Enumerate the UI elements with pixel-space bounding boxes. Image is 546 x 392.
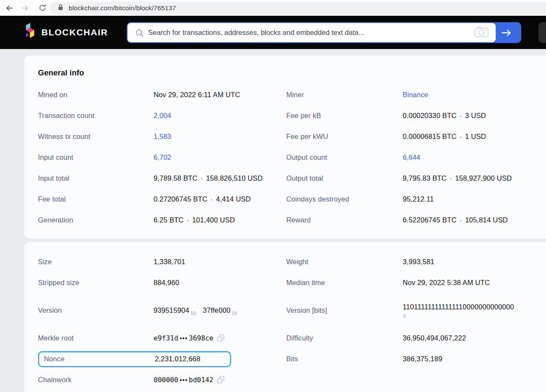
row-label: Fee per kWU [286, 133, 328, 141]
search-icon [135, 29, 144, 39]
dot-separator [450, 178, 452, 180]
version-value: 9395159041037ffe00016 [154, 306, 237, 314]
row-value: 6.52206745 BTC105,814 USD [403, 216, 508, 224]
lock-icon [58, 4, 64, 12]
technical-details-card: Size 1,338,701 Weight 3,993,581 Stripped… [24, 242, 546, 392]
row-label: Chainwork [38, 376, 72, 384]
row-label: Output total [286, 174, 323, 182]
browser-forward-icon[interactable] [21, 4, 29, 12]
dot-separator [460, 220, 462, 222]
row-label: Coindays destroyed [286, 195, 349, 203]
row-value: 1,338,701 [154, 258, 185, 266]
info-row-mined-on: Mined on Nov 29, 2022 6:11 AM UTC Miner … [38, 84, 541, 105]
row-label: Nonce [44, 355, 155, 363]
miner-link[interactable]: Binance [403, 91, 428, 99]
info-row-generation: Generation 6.25 BTC101,400 USD Reward 6.… [38, 210, 541, 231]
info-row-transaction-count: Transaction count 2,004 Fee per kB 0.000… [38, 105, 541, 126]
brand-wordmark: BLOCKCHAIR [41, 27, 108, 37]
row-label: Fee total [38, 195, 66, 203]
merkle-root-hash: e9f31d•••3698ce [154, 334, 213, 342]
info-row-version: Version 9395159041037ffe00016 Version [b… [38, 293, 541, 328]
row-label: Fee per kB [286, 112, 321, 120]
nonce-highlight-box: Nonce 2,231,012,668 [38, 351, 231, 367]
row-label: Merkle root [38, 334, 74, 342]
general-info-card: General info Mined on Nov 29, 2022 6:11 … [24, 55, 546, 239]
copy-icon[interactable] [217, 376, 225, 384]
base-subscript: 10 [191, 311, 196, 316]
header-right-button-partial[interactable] [538, 22, 546, 43]
row-value: 36,950,494,067,222 [403, 334, 466, 342]
base-subscript: 2 [403, 313, 514, 318]
row-label: Miner [286, 91, 304, 99]
info-row-witness-tx-count: Witness tx count 1,583 Fee per kWU 0.000… [38, 126, 541, 147]
row-value: 9,789.58 BTC158,826,510 USD [154, 174, 263, 182]
row-value: 6.25 BTC101,400 USD [154, 216, 235, 224]
dot-separator [187, 220, 189, 222]
search-input[interactable] [148, 29, 474, 37]
input-count-link[interactable]: 6,702 [154, 153, 171, 161]
row-value: 884,960 [154, 279, 179, 287]
site-header: BLOCKCHAIR [0, 16, 546, 49]
card-title: General info [38, 67, 541, 78]
nonce-value: 2,231,012,668 [155, 355, 200, 363]
row-value: 3,993,581 [403, 258, 434, 266]
row-label: Stripped size [38, 279, 79, 287]
info-row-merkle-root: Merkle root e9f31d•••3698ce Difficulty 3… [38, 328, 541, 349]
camera-icon[interactable] [474, 26, 489, 39]
copy-icon[interactable] [217, 334, 225, 342]
row-label: Mined on [38, 91, 67, 99]
search-bar [127, 22, 521, 43]
row-value: 386,375,189 [403, 355, 442, 363]
row-label: Transaction count [38, 112, 94, 120]
output-count-link[interactable]: 6,644 [403, 153, 420, 161]
row-label: Output count [286, 153, 327, 161]
dot-separator [211, 199, 212, 201]
row-label: Reward [286, 216, 311, 224]
info-row-input-total: Input total 9,789.58 BTC158,826,510 USD … [38, 168, 541, 189]
row-label: Version [bits] [286, 306, 327, 314]
version-bits-value: 1101111111111111100000000000002 [403, 303, 514, 318]
browser-back-icon[interactable] [5, 4, 14, 12]
transaction-count-link[interactable]: 2,004 [154, 112, 171, 120]
dot-separator [460, 136, 462, 138]
ellipsis-dots: ••• [179, 377, 187, 383]
ellipsis-dots: ••• [179, 335, 187, 342]
row-label: Generation [38, 216, 73, 224]
info-row-stripped-size: Stripped size 884,960 Median time Nov 29… [38, 272, 541, 293]
screen: blockchair.com/bitcoin/block/765137 BLOC… [0, 0, 546, 392]
browser-reload-icon[interactable] [38, 4, 46, 12]
row-label: Median time [286, 279, 325, 287]
info-row-input-count: Input count 6,702 Output count 6,644 [38, 147, 541, 168]
address-bar[interactable]: blockchair.com/bitcoin/block/765137 [50, 2, 546, 14]
row-value: Nov 29, 2022 5:38 AM UTC [403, 279, 490, 287]
row-label: Weight [286, 258, 308, 266]
witness-tx-count-link[interactable]: 1,583 [154, 133, 171, 141]
row-value: Nov 29, 2022 6:11 AM UTC [154, 91, 240, 99]
row-value: 0.27206745 BTC4,414 USD [154, 195, 251, 203]
chainwork-hash: 000000•••bd0142 [154, 376, 213, 384]
row-label: Input total [38, 174, 70, 182]
row-label: Difficulty [286, 334, 313, 342]
row-value: 9,795.83 BTC158,927,900 USD [403, 174, 512, 182]
base-subscript: 16 [232, 311, 237, 316]
row-label: Witness tx count [38, 133, 90, 141]
dot-separator [460, 115, 462, 117]
url-text: blockchair.com/bitcoin/block/765137 [69, 4, 176, 12]
blockchair-logo[interactable]: BLOCKCHAIR [24, 16, 108, 49]
page-content: General info Mined on Nov 29, 2022 6:11 … [0, 49, 546, 392]
info-row-fee-total: Fee total 0.27206745 BTC4,414 USD Coinda… [38, 189, 541, 210]
row-label: Version [38, 306, 62, 314]
browser-toolbar: blockchair.com/bitcoin/block/765137 [0, 0, 546, 16]
info-row-chainwork: Chainwork 000000•••bd0142 [38, 369, 541, 390]
info-row-nonce: Nonce 2,231,012,668 Bits 386,375,189 [38, 349, 541, 369]
row-label: Size [38, 258, 52, 266]
row-label: Input count [38, 153, 73, 161]
row-value: 95,212.11 [403, 195, 434, 203]
search-field-container [127, 22, 497, 43]
dot-separator [201, 178, 203, 180]
row-label: Bits [286, 355, 298, 363]
blockchair-logo-icon [24, 22, 35, 43]
row-value: 0.00006815 BTC1 USD [403, 133, 486, 141]
row-value: 0.00020330 BTC3 USD [403, 112, 486, 120]
info-row-size: Size 1,338,701 Weight 3,993,581 [38, 251, 541, 272]
